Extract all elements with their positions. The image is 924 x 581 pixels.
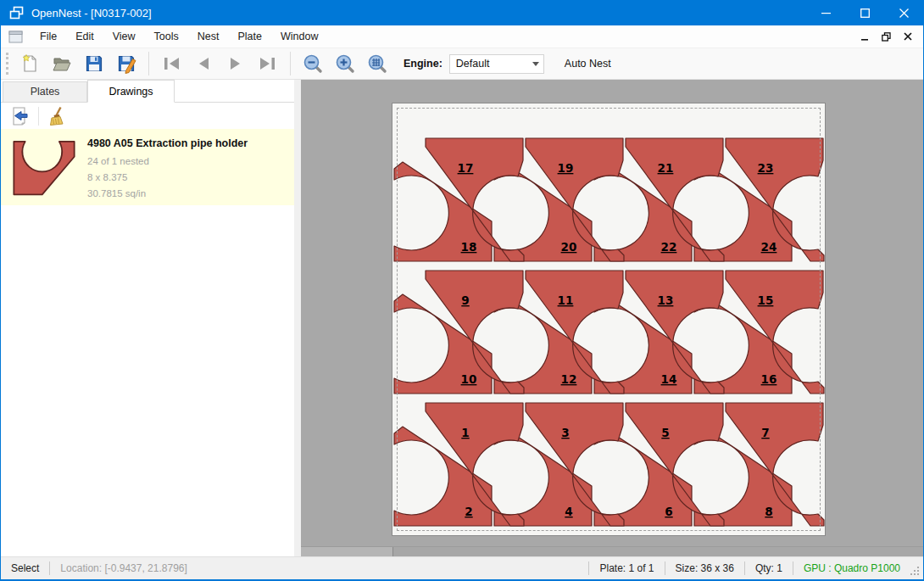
svg-text:5: 5 [661,426,669,439]
status-divider [744,561,745,575]
chevron-down-icon [532,62,539,66]
menu-edit[interactable]: Edit [66,26,103,47]
window-title: OpenNest - [N0317-002] [31,7,152,20]
engine-selected-value: Default [456,58,490,70]
nested-parts: 171819202122232491011121314151612345678 [392,103,827,537]
menu-file[interactable]: File [31,26,66,47]
status-divider [665,561,665,575]
svg-text:23: 23 [758,161,774,175]
toolbar-separator [38,107,39,126]
svg-text:9: 9 [461,293,469,307]
mdi-restore-button[interactable] [876,27,897,46]
svg-text:20: 20 [561,240,577,254]
svg-text:8: 8 [765,505,772,518]
tab-drawings[interactable]: Drawings [87,80,175,103]
menu-nest[interactable]: Nest [188,26,229,47]
resize-grip[interactable] [909,565,921,577]
status-location: Location: [-0.9437, 21.8796] [60,562,186,574]
previous-plate-button[interactable] [188,51,219,76]
drawings-toolbar [1,103,294,129]
auto-nest-button[interactable]: Auto Nest [558,53,618,74]
zoom-in-icon [335,53,356,75]
panel-splitter[interactable] [294,80,301,558]
zoom-fit-button[interactable] [362,51,392,76]
menu-window[interactable]: Window [271,26,327,47]
svg-text:1: 1 [461,426,469,439]
mdi-document-icon[interactable] [8,31,23,43]
previous-icon [193,54,214,73]
svg-text:3: 3 [561,426,569,439]
menu-tools[interactable]: Tools [145,26,188,47]
nesting-canvas[interactable]: 171819202122232491011121314151612345678 [301,80,923,558]
save-floppy-icon [84,53,104,74]
first-plate-button[interactable] [156,51,186,76]
engine-label: Engine: [404,58,443,70]
import-drawing-button[interactable] [8,105,33,127]
close-button[interactable] [884,0,923,25]
first-icon [161,54,181,73]
title-bar: OpenNest - [N0317-002] [1,0,923,25]
drawing-area: 30.7815 sq/in [87,186,248,202]
status-gpu: GPU : Quadro P1000 [804,562,900,574]
mdi-minimize-button[interactable] [854,27,876,46]
svg-text:7: 7 [761,426,769,439]
open-folder-icon [52,53,72,74]
status-qty: Qty: 1 [755,562,782,574]
svg-text:14: 14 [661,372,677,386]
last-icon [258,54,278,73]
svg-text:18: 18 [461,240,477,254]
svg-text:15: 15 [758,293,774,307]
drawing-dimensions: 8 x 8.375 [87,170,248,186]
save-edit-icon [116,53,136,74]
svg-text:4: 4 [565,505,572,518]
status-mode: Select [11,562,39,574]
engine-select[interactable]: Default [449,54,544,74]
tab-plates[interactable]: Plates [3,81,87,102]
open-file-button[interactable] [47,51,77,76]
drawing-title: 4980 A05 Extraction pipe holder [87,137,248,149]
svg-text:22: 22 [661,240,677,254]
svg-text:11: 11 [558,293,574,307]
svg-text:13: 13 [658,293,674,307]
next-plate-button[interactable] [220,51,251,76]
nesting-plate[interactable]: 171819202122232491011121314151612345678 [392,103,826,536]
svg-text:6: 6 [665,505,672,518]
status-divider [588,561,589,575]
clear-drawings-button[interactable] [44,105,70,127]
menu-view[interactable]: View [103,26,145,47]
svg-text:10: 10 [461,372,477,386]
broom-icon [47,106,67,126]
status-plate-count: Plate: 1 of 1 [599,562,654,574]
last-plate-button[interactable] [253,51,283,76]
menu-plate[interactable]: Plate [228,26,271,47]
status-bar: Select Location: [-0.9437, 21.8796] Plat… [1,556,923,579]
minimize-button[interactable] [806,0,845,25]
toolbar-separator [148,52,149,75]
maximize-button[interactable] [845,0,884,25]
new-document-icon [19,53,40,74]
toolbar-grip[interactable] [6,53,8,75]
app-icon [9,6,24,20]
document-back-arrow-icon [10,106,31,126]
drawing-nested-count: 24 of 1 nested [87,154,248,170]
save-button[interactable] [79,51,109,76]
zoom-in-button[interactable] [330,51,360,76]
zoom-out-button[interactable] [298,51,328,76]
svg-text:16: 16 [761,372,777,386]
svg-text:2: 2 [465,505,472,518]
main-toolbar: Engine: Default Auto Nest [1,48,923,80]
status-plate-size: Size: 36 x 36 [676,562,734,574]
left-panel: Plates Drawings [1,80,294,558]
zoom-fit-icon [367,53,388,75]
svg-text:12: 12 [561,372,577,386]
next-icon [225,54,246,73]
zoom-out-icon [303,53,324,75]
save-as-button[interactable] [111,51,142,76]
menu-bar: File Edit View Tools Nest Plate Window [1,25,923,48]
part-thumbnail [11,136,77,198]
drawing-list-item[interactable]: 4980 A05 Extraction pipe holder 24 of 1 … [1,129,294,205]
svg-text:17: 17 [458,161,474,175]
new-file-button[interactable] [14,51,45,76]
mdi-close-button[interactable] [897,27,918,46]
toolbar-separator [290,52,291,75]
